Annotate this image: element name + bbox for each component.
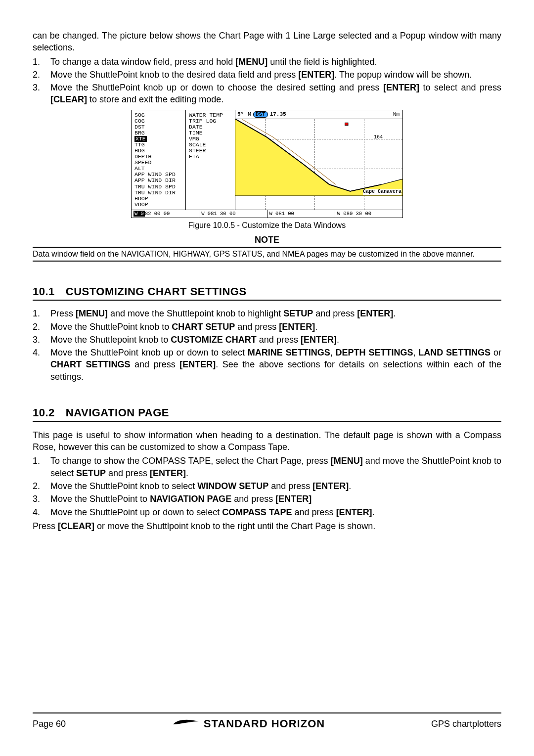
note-heading: NOTE [33,234,501,246]
brand-swoosh-icon [172,716,200,731]
popup-column-2: WATER TEMPTRIP LOGDATETIMEVMGSCALESTEERE… [186,110,235,210]
cape-label: Cape Canavera [363,189,401,195]
footer-brand: STANDARD HORIZON [172,716,325,731]
step-num: 4. [33,347,50,383]
step-text: Move the ShuttlePoint knob to select WIN… [50,480,501,492]
svg-rect-0 [345,123,348,125]
section-10-1: 10.1CUSTOMIZING CHART SETTINGS [33,284,501,301]
section-10-2-intro: This page is useful to show information … [33,429,501,453]
step-text: Move the ShuttlePoint up or down to sele… [50,506,501,518]
step-text: To change to show the COMPASS TAPE, sele… [50,455,501,479]
dst-chip: DST [253,111,268,118]
step-text: Move the ShuttlePoint knob to CHART SETU… [50,321,501,333]
popup-column-1: SOGCOGDSTBRGXTETTGHDGDEPTHSPEEDALTAPP WI… [132,110,186,210]
step-text: Press [MENU] and move the Shuttlepoint k… [50,308,501,319]
step-num: 1. [33,308,50,319]
steps-10-1: 1.Press [MENU] and move the Shuttlepoint… [33,308,501,383]
step-text: Move the Shuttlepoint knob to CUSTOMIZE … [50,334,501,346]
figure: SOGCOGDSTBRGXTETTGHDGDEPTHSPEEDALTAPP WI… [33,110,501,231]
step-text: Move the ShuttlePoint to NAVIGATION PAGE… [50,493,501,505]
footer-right: GPS chartplotters [431,718,501,730]
step-num: 1. [33,455,50,479]
intro-text: can be changed. The picture below shows … [33,30,501,54]
step-num: 2. [33,480,50,492]
step-num: 3. [33,493,50,505]
step-num: 1. [33,56,50,68]
step-text: To change a data window field, press and… [50,56,501,68]
footer-page: Page 60 [33,718,66,730]
step-num: 3. [33,334,50,346]
note-body: Data window field on the NAVIGATION, HIG… [33,249,501,260]
step-num: 3. [33,82,50,106]
steps-10-2: 1.To change to show the COMPASS TAPE, se… [33,455,501,518]
divider [33,247,501,248]
step-text: Move the ShuttlePoint knob up or down to… [50,82,501,106]
figure-caption: Figure 10.0.5 - Customize the Data Windo… [33,220,501,231]
steps-intro: 1. To change a data window field, press … [33,56,501,106]
step-num: 2. [33,321,50,333]
divider [33,261,501,262]
step-text: Move the ShuttlePoint knob up or down to… [50,347,501,383]
chart-area: 5° M DST 17.35 Nm [235,110,402,210]
step-text: Move the ShuttlePoint knob to the desire… [50,69,501,81]
closing-line: Press [CLEAR] or move the Shuttlpoint kn… [33,520,501,532]
section-10-2: 10.2NAVIGATION PAGE [33,405,501,422]
bottom-coords: W 082 00 00 W 081 30 00 W 081 00 W 080 3… [132,210,402,218]
page-footer: Page 60 STANDARD HORIZON GPS chartplotte… [33,712,501,731]
step-num: 2. [33,69,50,81]
step-num: 4. [33,506,50,518]
